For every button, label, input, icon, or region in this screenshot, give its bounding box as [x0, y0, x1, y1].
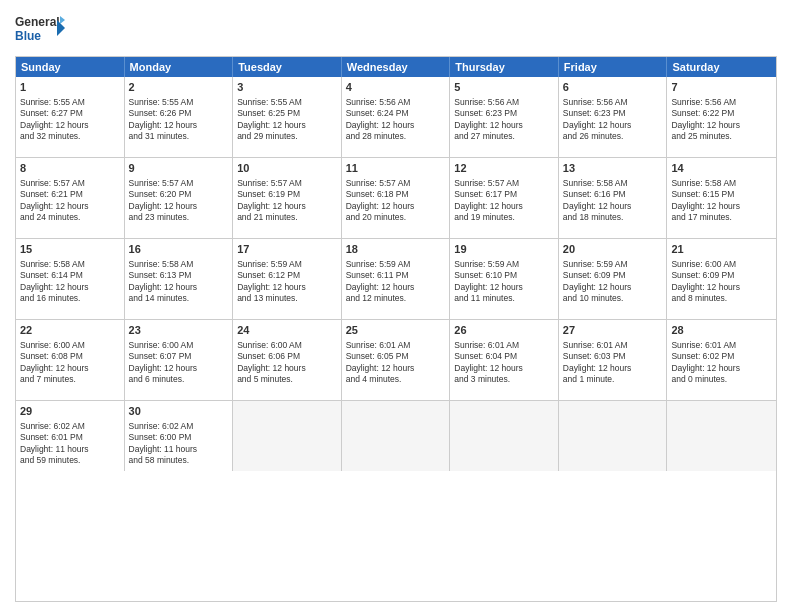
calendar-header-cell: Saturday: [667, 57, 776, 77]
day-content: and 26 minutes.: [563, 131, 663, 142]
day-content: Sunset: 6:06 PM: [237, 351, 337, 362]
day-content: and 14 minutes.: [129, 293, 229, 304]
svg-marker-3: [60, 16, 65, 24]
day-content: and 28 minutes.: [346, 131, 446, 142]
calendar-row: 8Sunrise: 5:57 AMSunset: 6:21 PMDaylight…: [16, 158, 776, 239]
day-number: 3: [237, 80, 337, 95]
day-content: Daylight: 11 hours: [20, 444, 120, 455]
day-content: and 7 minutes.: [20, 374, 120, 385]
calendar-cell: 23Sunrise: 6:00 AMSunset: 6:07 PMDayligh…: [125, 320, 234, 400]
calendar-cell: 25Sunrise: 6:01 AMSunset: 6:05 PMDayligh…: [342, 320, 451, 400]
day-content: Sunset: 6:07 PM: [129, 351, 229, 362]
day-content: Daylight: 12 hours: [563, 201, 663, 212]
day-number: 7: [671, 80, 772, 95]
day-number: 13: [563, 161, 663, 176]
day-number: 19: [454, 242, 554, 257]
day-content: and 3 minutes.: [454, 374, 554, 385]
day-content: Sunset: 6:16 PM: [563, 189, 663, 200]
day-content: Sunrise: 5:58 AM: [671, 178, 772, 189]
day-number: 2: [129, 80, 229, 95]
day-content: Daylight: 12 hours: [563, 363, 663, 374]
day-content: and 16 minutes.: [20, 293, 120, 304]
day-content: Daylight: 12 hours: [454, 363, 554, 374]
calendar-row: 29Sunrise: 6:02 AMSunset: 6:01 PMDayligh…: [16, 401, 776, 471]
page: General Blue SundayMondayTuesdayWednesda…: [0, 0, 792, 612]
day-number: 1: [20, 80, 120, 95]
calendar-cell: 30Sunrise: 6:02 AMSunset: 6:00 PMDayligh…: [125, 401, 234, 471]
day-content: Sunrise: 6:00 AM: [20, 340, 120, 351]
calendar-cell: 2Sunrise: 5:55 AMSunset: 6:26 PMDaylight…: [125, 77, 234, 157]
day-content: Sunset: 6:18 PM: [346, 189, 446, 200]
day-number: 21: [671, 242, 772, 257]
day-number: 22: [20, 323, 120, 338]
calendar-header: SundayMondayTuesdayWednesdayThursdayFrid…: [16, 57, 776, 77]
day-content: Sunrise: 5:59 AM: [346, 259, 446, 270]
calendar-cell: 19Sunrise: 5:59 AMSunset: 6:10 PMDayligh…: [450, 239, 559, 319]
day-content: and 25 minutes.: [671, 131, 772, 142]
day-content: Daylight: 12 hours: [671, 201, 772, 212]
day-content: Daylight: 12 hours: [20, 120, 120, 131]
day-content: and 19 minutes.: [454, 212, 554, 223]
day-content: Daylight: 12 hours: [346, 282, 446, 293]
day-content: Sunrise: 5:55 AM: [237, 97, 337, 108]
day-content: Sunrise: 6:00 AM: [129, 340, 229, 351]
day-content: Sunset: 6:02 PM: [671, 351, 772, 362]
day-number: 18: [346, 242, 446, 257]
day-number: 23: [129, 323, 229, 338]
day-content: Daylight: 12 hours: [237, 201, 337, 212]
day-content: and 18 minutes.: [563, 212, 663, 223]
day-content: Sunrise: 6:01 AM: [563, 340, 663, 351]
day-content: Daylight: 12 hours: [237, 120, 337, 131]
day-number: 29: [20, 404, 120, 419]
day-content: Sunrise: 5:57 AM: [20, 178, 120, 189]
day-content: Sunset: 6:09 PM: [671, 270, 772, 281]
day-content: and 5 minutes.: [237, 374, 337, 385]
calendar-cell: 6Sunrise: 5:56 AMSunset: 6:23 PMDaylight…: [559, 77, 668, 157]
day-content: Sunrise: 5:58 AM: [563, 178, 663, 189]
calendar-cell: 9Sunrise: 5:57 AMSunset: 6:20 PMDaylight…: [125, 158, 234, 238]
day-content: Sunrise: 5:57 AM: [454, 178, 554, 189]
day-content: Sunset: 6:08 PM: [20, 351, 120, 362]
day-number: 10: [237, 161, 337, 176]
day-content: Sunrise: 5:56 AM: [671, 97, 772, 108]
day-content: Sunrise: 5:58 AM: [129, 259, 229, 270]
calendar-body: 1Sunrise: 5:55 AMSunset: 6:27 PMDaylight…: [16, 77, 776, 471]
day-number: 11: [346, 161, 446, 176]
day-content: Sunrise: 6:02 AM: [20, 421, 120, 432]
day-content: Sunrise: 5:55 AM: [129, 97, 229, 108]
day-content: and 21 minutes.: [237, 212, 337, 223]
calendar-cell: 7Sunrise: 5:56 AMSunset: 6:22 PMDaylight…: [667, 77, 776, 157]
day-content: Sunset: 6:27 PM: [20, 108, 120, 119]
day-number: 15: [20, 242, 120, 257]
calendar-cell: 12Sunrise: 5:57 AMSunset: 6:17 PMDayligh…: [450, 158, 559, 238]
day-content: Daylight: 12 hours: [237, 363, 337, 374]
day-content: Sunset: 6:03 PM: [563, 351, 663, 362]
day-content: Sunset: 6:22 PM: [671, 108, 772, 119]
calendar-cell: [342, 401, 451, 471]
calendar-cell: 18Sunrise: 5:59 AMSunset: 6:11 PMDayligh…: [342, 239, 451, 319]
day-content: and 59 minutes.: [20, 455, 120, 466]
day-content: and 17 minutes.: [671, 212, 772, 223]
day-content: Sunset: 6:21 PM: [20, 189, 120, 200]
day-content: Sunrise: 5:57 AM: [237, 178, 337, 189]
day-number: 26: [454, 323, 554, 338]
day-number: 9: [129, 161, 229, 176]
day-content: Daylight: 12 hours: [129, 282, 229, 293]
calendar-cell: 29Sunrise: 6:02 AMSunset: 6:01 PMDayligh…: [16, 401, 125, 471]
day-content: and 29 minutes.: [237, 131, 337, 142]
day-content: Sunrise: 5:56 AM: [346, 97, 446, 108]
day-content: Sunrise: 6:02 AM: [129, 421, 229, 432]
day-content: Daylight: 12 hours: [129, 201, 229, 212]
day-content: and 13 minutes.: [237, 293, 337, 304]
day-content: Sunset: 6:01 PM: [20, 432, 120, 443]
day-content: Daylight: 12 hours: [129, 120, 229, 131]
day-content: and 58 minutes.: [129, 455, 229, 466]
calendar-cell: 24Sunrise: 6:00 AMSunset: 6:06 PMDayligh…: [233, 320, 342, 400]
day-content: Sunrise: 6:00 AM: [237, 340, 337, 351]
day-content: Sunset: 6:10 PM: [454, 270, 554, 281]
day-content: and 32 minutes.: [20, 131, 120, 142]
day-content: Sunrise: 5:55 AM: [20, 97, 120, 108]
day-content: and 8 minutes.: [671, 293, 772, 304]
calendar-header-cell: Wednesday: [342, 57, 451, 77]
day-number: 17: [237, 242, 337, 257]
